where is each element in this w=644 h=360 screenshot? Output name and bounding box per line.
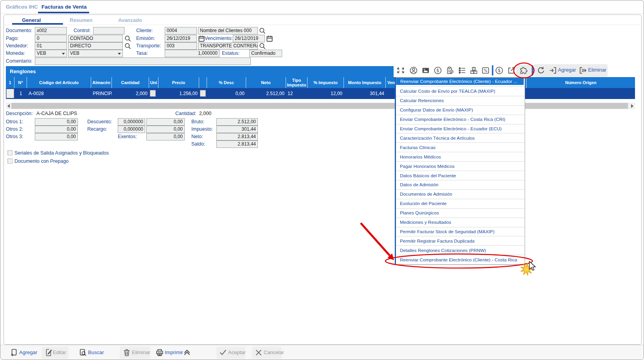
cell-uni[interactable]: [149, 88, 158, 99]
menu-item[interactable]: Mediciones y Resultados: [396, 218, 525, 227]
emision-calendar-icon[interactable]: [198, 35, 205, 43]
vendedor-search-icon[interactable]: [124, 42, 132, 50]
uni-checkbox[interactable]: [150, 90, 156, 97]
puzzle-icon[interactable]: [519, 66, 528, 75]
tab-facturas-de-venta[interactable]: Facturas de Venta: [41, 4, 87, 10]
refresh-icon[interactable]: [537, 66, 545, 75]
add-row-icon[interactable]: [549, 66, 557, 75]
col-pct-impuesto[interactable]: % Impuesto: [308, 77, 344, 88]
otros2-field[interactable]: 0,00: [35, 126, 78, 133]
pago-search-icon[interactable]: [124, 35, 132, 43]
transporte-search-icon[interactable]: [259, 42, 266, 50]
col-selector[interactable]: 1: [6, 77, 14, 88]
documento-field[interactable]: x002: [35, 27, 67, 34]
vendedor-name-field[interactable]: DIRECTO: [68, 42, 123, 50]
export-icon[interactable]: [507, 66, 516, 75]
scroll-left-icon[interactable]: [7, 104, 10, 108]
otros1-field[interactable]: 0,00: [35, 118, 78, 126]
col-cantidad[interactable]: Cantidad: [112, 77, 149, 88]
menu-item[interactable]: Facturas Clínicas: [396, 143, 525, 152]
grid-row-1[interactable]: 1 A-0028 PRINCIPAL 2,000 1.256,00 0,00 2…: [6, 88, 635, 99]
percent-icon[interactable]: %: [481, 66, 490, 75]
clipboard-check-icon[interactable]: [446, 66, 454, 75]
edit-document-icon[interactable]: [44, 348, 53, 357]
transporte-code-field[interactable]: 003: [165, 42, 197, 50]
menu-item[interactable]: Datos Básicos del Paciente: [396, 171, 525, 180]
trash-icon[interactable]: [122, 348, 131, 357]
row-selector-box[interactable]: [6, 89, 14, 98]
blank-checkbox[interactable]: [200, 90, 206, 97]
descuento-monto-field[interactable]: 0,00: [146, 118, 185, 126]
row-selector-cell[interactable]: [6, 88, 14, 99]
menu-item[interactable]: Reenviar Comprobante Electrónico (Client…: [396, 255, 525, 265]
menu-item[interactable]: Pagar Honorarios Médicos: [396, 162, 525, 171]
aceptar-button[interactable]: Aceptar: [228, 349, 246, 355]
image-icon[interactable]: [421, 66, 430, 75]
grid-horizontal-scrollbar[interactable]: [6, 103, 635, 109]
imprimir-button[interactable]: Imprimir: [165, 349, 183, 355]
cell-blank[interactable]: [199, 88, 207, 99]
col-blank[interactable]: [199, 77, 207, 88]
menu-item[interactable]: Honorarios Médicos: [396, 152, 525, 162]
check-icon[interactable]: [219, 348, 227, 357]
emision-field[interactable]: 26/12/2019: [165, 35, 197, 42]
descuento-factor-field[interactable]: 0,000000: [118, 118, 145, 126]
tab-resumen[interactable]: Resumen: [70, 17, 93, 23]
eliminar-button[interactable]: Eliminar: [132, 349, 150, 355]
vencimiento-field[interactable]: 26/12/2019: [233, 35, 265, 42]
list-icon[interactable]: [458, 66, 466, 75]
col-numero[interactable]: N°: [14, 77, 27, 88]
col-tipo-impuesto[interactable]: Tipo Impuesto: [286, 77, 308, 88]
col-numero-origen[interactable]: Número Origen: [527, 77, 635, 88]
tasa-field[interactable]: 1,000000: [165, 50, 219, 57]
tab-graficos-ihc[interactable]: Gráficos IHC: [6, 4, 38, 10]
menu-item[interactable]: Calcular Retenciones: [396, 96, 525, 106]
printer-icon[interactable]: [155, 348, 164, 357]
close-icon[interactable]: [254, 348, 263, 357]
moneda-select-1[interactable]: VEB: [35, 50, 67, 57]
editar-button[interactable]: Editar: [53, 349, 66, 355]
resize-icon[interactable]: [396, 66, 405, 75]
col-desc-pct[interactable]: % Desc: [207, 77, 246, 88]
cliente-name-field[interactable]: Nombre del Clientes 000: [198, 27, 258, 34]
pago-name-field[interactable]: CONTADO: [68, 35, 123, 42]
recargo-factor-field[interactable]: 0,000000: [118, 126, 145, 133]
transporte-name-field[interactable]: TRANSPORTE CONTRERA: [198, 42, 258, 50]
currency-icon[interactable]: $: [434, 66, 442, 75]
grid-agregar-button[interactable]: Agregar: [558, 67, 576, 73]
agregar-button[interactable]: Agregar: [19, 349, 37, 355]
col-precio[interactable]: Precio: [158, 77, 199, 88]
menu-item[interactable]: Datos de Admisión: [396, 180, 525, 190]
menu-item[interactable]: Permitir Facturar Stock de Seguridad (MA…: [396, 227, 525, 237]
menu-item[interactable]: Enviar Comprobante Electrónico - Costa R…: [396, 115, 525, 124]
otros3-field[interactable]: 0,00: [35, 133, 78, 140]
pago-code-field[interactable]: 0: [35, 35, 67, 42]
prepago-checkbox[interactable]: [7, 158, 13, 164]
menu-item[interactable]: Detalles Renglones Cotizaciones (PRNW): [396, 246, 525, 255]
buscar-button[interactable]: Buscar: [88, 349, 104, 355]
scroll-right-icon[interactable]: [631, 104, 633, 108]
seriales-checkbox[interactable]: [7, 150, 13, 155]
menu-item[interactable]: Planes Quirúrgicos: [396, 209, 525, 218]
menu-item[interactable]: Documentos de Admisión: [396, 190, 525, 199]
cancelar-button[interactable]: Cancelar: [264, 349, 284, 355]
col-codigo-articulo[interactable]: Código del Artículo: [27, 77, 91, 88]
search-document-icon[interactable]: [79, 348, 87, 357]
menu-item[interactable]: Permitir Registrar Factura Duplicada: [396, 236, 525, 246]
remove-row-icon[interactable]: [579, 66, 587, 75]
scrollbar-thumb[interactable]: [11, 103, 628, 109]
cliente-code-field[interactable]: 0004: [165, 27, 197, 34]
currency2-icon[interactable]: $: [495, 66, 504, 75]
grid-eliminar-button[interactable]: Eliminar: [588, 67, 606, 73]
tab-general[interactable]: General: [22, 17, 41, 23]
recargo-monto-field[interactable]: 0,00: [146, 126, 185, 133]
add-document-icon[interactable]: [10, 348, 18, 357]
cliente-search-icon[interactable]: [259, 27, 266, 35]
vendedor-code-field[interactable]: 01: [35, 42, 67, 50]
control-field[interactable]: [93, 27, 124, 34]
menu-item[interactable]: Evolución del Paciente: [396, 199, 525, 209]
moneda-select-2[interactable]: VEB: [68, 50, 123, 57]
collapse-chevron-icon[interactable]: [183, 348, 191, 357]
tab-avanzado[interactable]: Avanzado: [118, 17, 142, 23]
vencimiento-calendar-icon[interactable]: [266, 35, 273, 43]
